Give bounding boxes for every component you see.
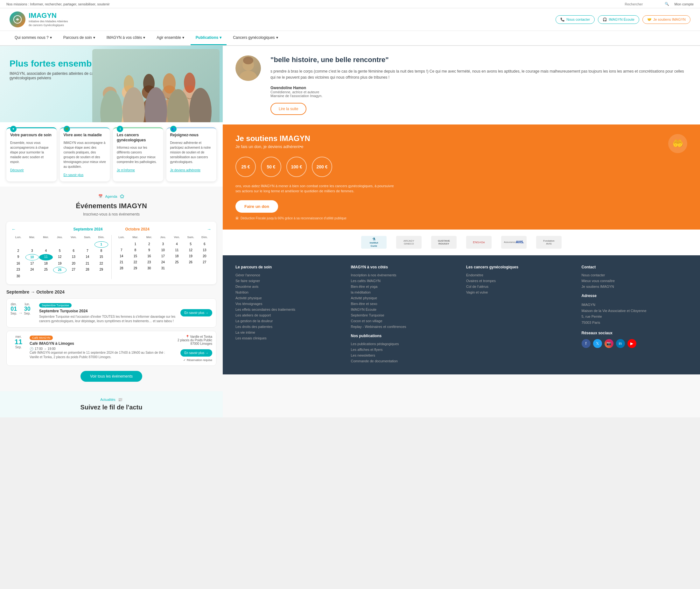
cal-day[interactable]: 13	[198, 247, 212, 253]
cal-day[interactable]: 29	[128, 265, 142, 271]
cal-day[interactable]: 17	[25, 261, 39, 266]
footer-link[interactable]: Les essais cliniques	[236, 336, 341, 340]
cal-day[interactable]: 19	[184, 253, 198, 259]
amount-100[interactable]: 100 €	[286, 157, 307, 177]
cal-day[interactable]: 2	[142, 241, 156, 247]
footer-link[interactable]: Commande de documentation	[351, 359, 457, 363]
cal-day[interactable]: 23	[142, 259, 156, 265]
footer-link[interactable]: Je soutiens IMAGYN	[582, 284, 688, 288]
amount-25[interactable]: 25 €	[236, 157, 256, 177]
cal-day[interactable]: 31	[156, 265, 170, 271]
footer-link[interactable]: Les effets secondaires des traitements	[236, 308, 341, 312]
partner-engage[interactable]: ENGAGe	[466, 236, 491, 249]
cal-day[interactable]: 10	[156, 247, 170, 253]
cal-day[interactable]: 16	[11, 261, 25, 266]
cal-day[interactable]: 5	[53, 248, 67, 254]
cal-day[interactable]: 6	[198, 241, 212, 247]
cal-next-button[interactable]: →	[207, 227, 211, 232]
footer-link[interactable]: Nous contacter	[582, 273, 688, 277]
cal-day-2[interactable]: 2	[11, 248, 25, 254]
cal-day-oct1[interactable]: 1	[128, 241, 142, 247]
cal-day[interactable]: 3	[25, 248, 39, 254]
cal-day[interactable]: 14	[81, 254, 94, 260]
search-icon[interactable]: 🔍	[665, 2, 669, 6]
footer-link[interactable]: Les cafés IMAGYN	[351, 279, 457, 283]
event-btn-2[interactable]: En savoir plus →	[181, 349, 212, 357]
cal-day[interactable]: 16	[142, 253, 156, 259]
facebook-icon[interactable]: f	[582, 339, 591, 348]
footer-link[interactable]: Endomètre	[466, 273, 572, 277]
cal-day[interactable]: 12	[184, 247, 198, 253]
cal-prev-button[interactable]: ←	[11, 227, 16, 232]
linkedin-icon[interactable]: in	[616, 339, 625, 348]
contact-button[interactable]: 📞 Nous contacter	[556, 15, 595, 24]
cal-day[interactable]: 13	[67, 254, 80, 260]
cal-day[interactable]: 5	[184, 241, 198, 247]
cal-day-30[interactable]: 30	[11, 273, 25, 279]
footer-link[interactable]: Nutrition	[236, 290, 341, 294]
cal-day[interactable]: 7	[115, 247, 128, 253]
cal-day[interactable]: 24	[156, 259, 170, 265]
soutiens-button[interactable]: 🤝 Je soutiens IMAGYN	[642, 15, 690, 24]
cal-day[interactable]: 19	[53, 261, 67, 266]
cal-day[interactable]: 25	[170, 259, 184, 265]
cal-day-10[interactable]: 10	[25, 254, 39, 260]
footer-link[interactable]: La vie intime	[236, 331, 341, 334]
footer-link[interactable]: Vagin et vulve	[466, 290, 572, 294]
cal-day[interactable]: 28	[115, 265, 128, 271]
account-link[interactable]: Mon compte	[674, 2, 694, 6]
nav-imagyn[interactable]: IMAGYN à vos côtés ▾	[101, 31, 150, 45]
partner-curie[interactable]: ⚗ institut Curie	[361, 236, 387, 249]
nav-qui[interactable]: Qui sommes nous ? ▾	[10, 31, 57, 45]
ecoute-button[interactable]: 🎧 IMAGYN Écoute	[598, 15, 639, 24]
search-input[interactable]	[625, 2, 663, 6]
footer-link[interactable]: Activité physique	[351, 296, 457, 300]
footer-link[interactable]: Septembre Turquoise	[351, 313, 457, 317]
cal-day-26[interactable]: 26	[53, 267, 67, 273]
cal-day[interactable]: 15	[94, 254, 108, 260]
cal-day[interactable]: 14	[115, 253, 128, 259]
nav-publications[interactable]: Publications ▾	[191, 31, 227, 45]
footer-link[interactable]: IMAGYN Écoute	[351, 308, 457, 312]
cal-day[interactable]: 6	[67, 248, 80, 254]
cal-day[interactable]: 20	[67, 261, 80, 266]
faire-don-button[interactable]: Faire un don	[236, 200, 278, 213]
amount-50[interactable]: 50 €	[261, 157, 281, 177]
card-link-4[interactable]: Je deviens adhérente	[170, 168, 201, 172]
footer-link[interactable]: La gestion de la douleur	[236, 319, 341, 323]
footer-link[interactable]: Ovaires et trompes	[466, 279, 572, 283]
footer-link[interactable]: Les ateliers de support	[236, 313, 341, 317]
cal-day[interactable]: 30	[142, 265, 156, 271]
partner-gustave[interactable]: GUSTAVEROUSSY	[431, 236, 456, 249]
cal-day[interactable]: 11	[170, 247, 184, 253]
cal-day[interactable]: 22	[128, 259, 142, 265]
cal-day[interactable]: 22	[94, 261, 108, 266]
footer-link[interactable]: Gérer l'annonce	[236, 273, 341, 277]
footer-link[interactable]: Les affiches et flyers	[351, 348, 457, 352]
instagram-icon[interactable]: 📷	[605, 339, 614, 348]
footer-link[interactable]: Activité physique	[236, 296, 341, 300]
cal-day-11[interactable]: 11	[39, 254, 53, 260]
cal-day[interactable]: 25	[39, 267, 53, 273]
partner-avis1[interactable]: Assurance AVIS.	[501, 236, 527, 249]
cal-day[interactable]: 20	[198, 253, 212, 259]
event-btn-1[interactable]: En savoir plus →	[181, 309, 212, 317]
cal-day[interactable]: 21	[81, 261, 94, 266]
card-link-3[interactable]: Je m'informe	[117, 168, 135, 172]
cal-day[interactable]: 28	[81, 267, 94, 273]
footer-link[interactable]: Les publications pédagogiques	[351, 342, 457, 346]
cal-day-1[interactable]: 1	[94, 241, 108, 248]
cal-day[interactable]: 18	[39, 261, 53, 266]
footer-link[interactable]: la méditation	[351, 290, 457, 294]
cal-day[interactable]: 4	[170, 241, 184, 247]
cal-day[interactable]: 4	[39, 248, 53, 254]
cal-day[interactable]: 18	[170, 253, 184, 259]
footer-link[interactable]: Replay - Webinaires et conférences	[351, 325, 457, 329]
card-link-1[interactable]: Découvrir	[10, 168, 24, 172]
card-link-2[interactable]: En savoir plus	[64, 173, 84, 177]
twitter-icon[interactable]: 𝕏	[593, 339, 602, 348]
cal-day[interactable]: 29	[94, 267, 108, 273]
lire-suite-button[interactable]: Lire la suite	[271, 103, 306, 115]
footer-link[interactable]: Deuxième avis	[236, 284, 341, 288]
search-bar[interactable]: 🔍	[625, 2, 669, 6]
